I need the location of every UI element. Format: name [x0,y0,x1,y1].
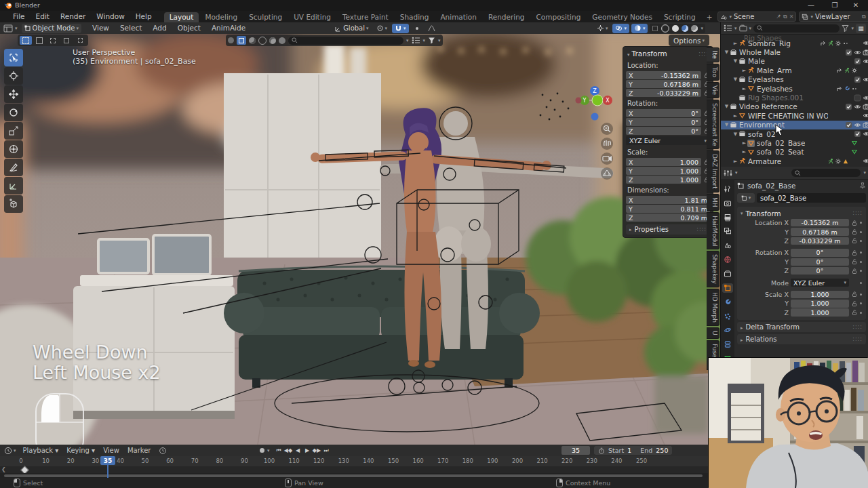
editor-type-icon[interactable] [3,24,13,33]
workspace-tab-uv-editing[interactable]: UV Editing [288,12,336,22]
outliner-item-8[interactable]: ►WIFE CHEATING IN WORK ! ! ! - P [721,111,868,120]
animate-dot[interactable] [860,261,862,263]
expand-arrow-icon[interactable]: ▼ [724,104,730,109]
proportional-editing-toggle[interactable] [411,24,423,33]
xray-toggle[interactable]: ▾ [631,24,648,33]
sidebar-tab-screencast-ke[interactable]: Screencast Ke [707,100,719,149]
section-delta-transform[interactable]: ▸Delta Transform:::: [737,322,866,332]
viewlayer-selector[interactable]: ▾ ViewLayer ⧉ ✕ [799,12,868,22]
timeline-menu-playback[interactable]: Playback ▾ [19,445,63,456]
outliner-item-7[interactable]: ▼Video Reference [721,102,868,111]
sidebar-tab-too[interactable]: Too [707,64,719,81]
visibility-eye-icon[interactable] [863,76,868,83]
property-value-field[interactable]: 0.67186 m [791,228,849,236]
auto-keying-clock-icon[interactable] [159,447,167,455]
rotation-mode-dropdown[interactable]: XYZ Euler▾ [791,279,849,287]
outliner-item-1[interactable]: ▼Whole Male [721,47,868,56]
particles-properties-tab[interactable] [722,312,733,321]
properties-editor-icon[interactable] [724,169,732,177]
playhead-badge[interactable]: 35 [100,456,115,465]
pivot-point-button[interactable]: ▾ [374,24,391,33]
rotate-tool[interactable] [4,104,23,121]
workspace-tab-compositing[interactable]: Compositing [531,12,587,22]
visibility-eye-icon[interactable] [854,49,861,56]
jump-to-start-button[interactable]: ⏮ [275,446,283,455]
start-value[interactable]: 1 [627,447,631,454]
chevron-down-icon[interactable]: ▾ [863,170,866,176]
npanel-scale-field-x[interactable]: X1.000 [626,158,701,166]
workspace-tab-scripting[interactable]: Scripting [658,12,701,22]
sphere-icon-2[interactable] [258,37,267,45]
sphere-icon-1[interactable] [249,37,256,44]
object-type-dropdown[interactable]: ▾ [737,193,755,203]
physics-properties-tab[interactable] [722,325,733,335]
npanel-scale-field-z[interactable]: Z1.000 [626,176,701,184]
expand-arrow-icon[interactable]: ► [732,41,738,46]
chevron-down-icon[interactable]: ▾ [851,26,854,31]
expand-arrow-icon[interactable]: ▼ [732,131,738,137]
npanel-transform-header[interactable]: ▾Transform :::: [626,49,710,60]
animate-dot[interactable] [860,222,862,224]
outliner-item-13[interactable]: ►Armature [721,157,868,165]
outliner-search-input[interactable] [753,24,840,33]
display-mode-icon[interactable] [724,24,732,32]
checkbox-checked-icon[interactable] [854,58,861,65]
sidebar-tab-shapekey[interactable]: Shapekey [707,251,719,287]
viewport-search-input[interactable] [288,37,403,45]
outliner-item-12[interactable]: ►sofa_02_Seat [721,148,868,157]
animate-dot[interactable] [860,312,862,314]
sphere-icon-4[interactable] [279,37,285,44]
viewport-3d[interactable]: Z Y X User Perspective (35) Environment … [0,34,720,445]
render-camera-icon[interactable] [863,49,868,56]
outliner-item-10[interactable]: ▼sofa_02 [721,129,868,138]
viewport-menu-add[interactable]: Add [147,22,172,34]
npanel-rotation-field-z[interactable]: Z0° [626,127,701,135]
workspace-tab-geometry-nodes[interactable]: Geometry Nodes [587,12,658,22]
workspace-tab-modeling[interactable]: Modeling [199,12,243,22]
lock-icon[interactable] [851,309,858,316]
animate-dot[interactable] [860,231,862,233]
viewlayer-properties-tab[interactable] [722,227,733,237]
render-camera-icon[interactable] [863,103,868,110]
pin-icon[interactable] [859,182,866,189]
overlays-toggle[interactable]: ▾ [612,24,629,33]
property-value-field[interactable]: -0.033229 m [791,237,849,245]
properties-search-input[interactable] [791,169,861,177]
close-button[interactable]: ✕ [846,0,865,11]
timeline-editor-icon[interactable] [4,447,12,455]
workspace-tab-shading[interactable]: Shading [395,12,435,22]
npanel-location-field-z[interactable]: Z-0.033229 m [626,89,701,97]
expand-arrow-icon[interactable]: ► [741,149,747,155]
checkbox-checked-icon[interactable] [854,76,861,83]
render-camera-icon[interactable] [863,121,868,129]
expand-arrow-icon[interactable]: ▼ [732,77,738,82]
timeline-menu-marker[interactable]: Marker [123,445,155,456]
shading-rendered-icon[interactable] [691,25,698,32]
expand-arrow-icon[interactable]: ► [741,86,747,92]
transform-section-header[interactable]: ▾ Transform :::: [738,208,865,218]
outliner-item-6[interactable]: Rig Shapes.001 [721,93,868,102]
animate-dot[interactable] [860,240,862,242]
current-frame-field[interactable]: 35 [561,446,590,455]
lock-icon[interactable] [851,300,858,307]
animate-dot[interactable] [860,293,862,296]
expand-arrow-icon[interactable]: ► [741,68,747,73]
display-mode-icon[interactable] [412,37,420,44]
checkbox-checked-icon[interactable] [845,49,852,56]
npanel-scale-field-y[interactable]: Y1.000 [626,167,701,175]
outliner-item-4[interactable]: ▼Eyelashes [721,75,868,84]
workspace-tab-sculpting[interactable]: Sculpting [243,12,288,22]
object-properties-tab[interactable] [722,283,733,293]
sidebar-tab-u[interactable]: U [707,327,719,339]
sidebar-tab-mh[interactable]: MH [707,194,719,211]
section-relations[interactable]: ▸Relations:::: [737,334,866,344]
npanel-dimensions-field-z[interactable]: Z0.709 m [626,214,710,222]
visibility-eye-icon[interactable] [854,103,861,110]
scale-tool[interactable] [4,122,23,140]
outliner-item-9[interactable]: ▼Environment [721,121,868,129]
outliner-item-11[interactable]: ►sofa_02_Base [721,138,868,147]
collection-properties-tab[interactable] [722,269,733,279]
add-cube-tool[interactable] [4,195,23,213]
mode-selector[interactable]: Object Mode ▾ [22,24,82,33]
object-name-input[interactable]: sofa_02_Base [757,193,866,203]
